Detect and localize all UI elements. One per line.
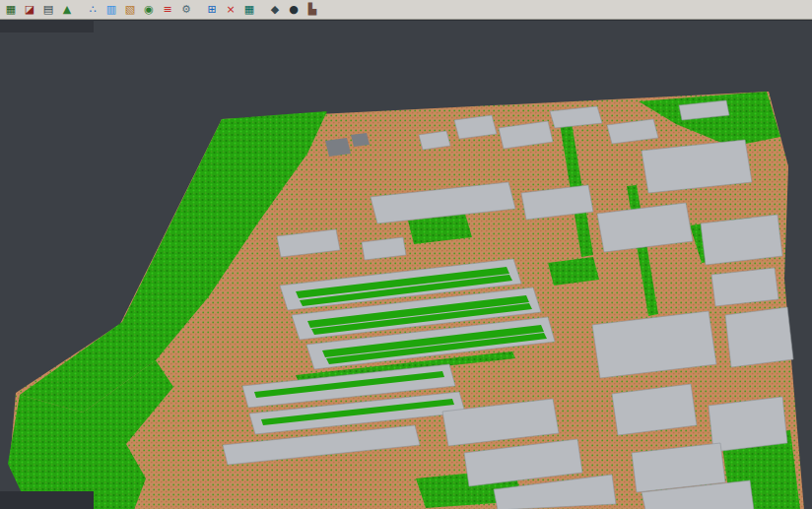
toolbar-separator (77, 2, 83, 18)
point-cloud-render (0, 21, 812, 509)
open-project-icon[interactable]: ▦ (2, 1, 20, 19)
building-row2-right (701, 215, 782, 265)
classification-icon[interactable]: ◉ (140, 1, 158, 19)
delete-icon[interactable]: × (222, 1, 239, 19)
terrain-model-icon[interactable]: ▲ (58, 1, 76, 19)
import-cloud-icon[interactable]: ◪ (21, 1, 38, 19)
mesh-icon[interactable]: ◆ (266, 1, 284, 19)
toolbar-separator (196, 2, 202, 18)
viewport-3d-scene[interactable] (0, 20, 812, 509)
globe-view-icon[interactable]: ● (285, 1, 303, 19)
building-right-col-1 (711, 268, 778, 306)
building-dark-forest-1 (325, 138, 351, 157)
panel-corner-top-left (0, 20, 94, 32)
toolbar-separator (259, 2, 265, 18)
panel-corner-bottom-left (0, 491, 94, 509)
save-icon[interactable]: ▤ (39, 1, 57, 19)
zoom-extents-icon[interactable]: ⊞ (203, 1, 221, 19)
ortho-image-icon[interactable]: ▧ (121, 1, 139, 19)
point-cloud-icon[interactable]: ∴ (84, 1, 102, 19)
settings-gear-icon[interactable]: ⚙ (177, 1, 195, 19)
building-right-slab-2 (725, 307, 793, 367)
profile-chart-icon[interactable]: ▙ (304, 1, 321, 19)
grid-surface-icon[interactable]: ▥ (102, 1, 120, 19)
scene-layers (8, 92, 804, 509)
toolbar-icons: ▦◪▤▲∴▥▧◉≡⚙⊞×▦◆●▙ (2, 1, 321, 19)
building-dark-forest-2 (351, 133, 370, 147)
toolbar: ▦◪▤▲∴▥▧◉≡⚙⊞×▦◆●▙ (0, 0, 812, 20)
raster-grid-icon[interactable]: ▦ (240, 1, 258, 19)
filter-lines-icon[interactable]: ≡ (159, 1, 176, 19)
